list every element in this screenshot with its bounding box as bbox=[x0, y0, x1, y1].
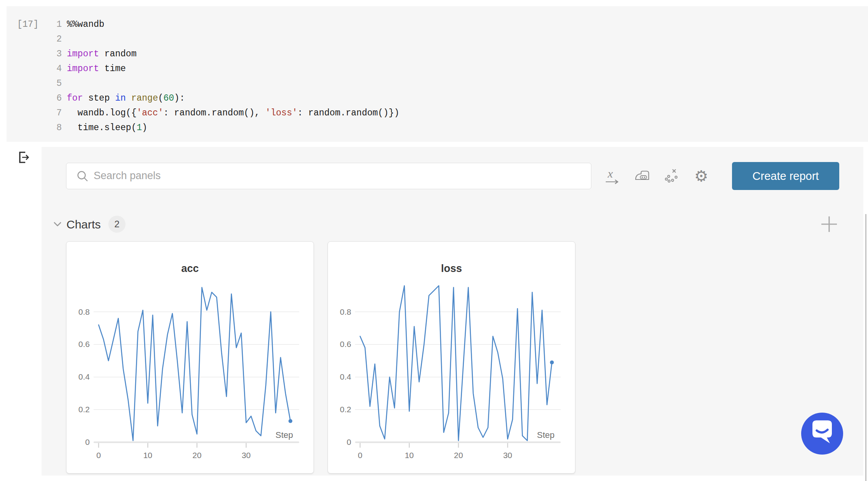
vertical-scrollbar[interactable] bbox=[865, 214, 866, 481]
line-number: 7 bbox=[7, 106, 62, 120]
x-tick-label: 30 bbox=[503, 451, 512, 460]
code-text: wandb.log({'acc': random.random(), 'loss… bbox=[67, 106, 399, 120]
x-axis-expression-icon: x bbox=[604, 180, 622, 186]
smoothing-iron-icon bbox=[633, 180, 651, 186]
outliers-icon bbox=[663, 180, 681, 186]
outliers-button[interactable] bbox=[663, 167, 681, 185]
chevron-down-icon bbox=[51, 226, 64, 232]
chat-bubble-icon bbox=[801, 450, 843, 456]
intercom-launcher[interactable] bbox=[801, 413, 843, 455]
x-tick-label: 10 bbox=[143, 451, 152, 460]
chart-title: acc bbox=[181, 263, 199, 274]
code-line[interactable]: 5 bbox=[7, 76, 868, 91]
line-chart-acc: 00.20.40.60.80102030Stepacc bbox=[66, 242, 314, 473]
line-number: 5 bbox=[7, 76, 62, 91]
code-text: %%wandb bbox=[67, 17, 105, 32]
screen: [17] 1%%wandb23import random4import time… bbox=[0, 0, 868, 481]
x-tick-label: 0 bbox=[358, 451, 363, 460]
add-panel-button[interactable] bbox=[819, 214, 839, 234]
code-line[interactable]: 1%%wandb bbox=[7, 17, 868, 32]
x-axis-label: Step bbox=[275, 430, 293, 440]
charts-section-header: Charts 2 bbox=[42, 212, 863, 237]
code-line[interactable]: 6for step in range(60): bbox=[7, 91, 868, 106]
pop-out-icon bbox=[15, 161, 32, 167]
pop-out-button[interactable] bbox=[15, 148, 32, 166]
x-axis-expression-button[interactable]: x bbox=[604, 167, 622, 185]
code-line[interactable]: 2 bbox=[7, 32, 868, 47]
line-chart-loss: 00.20.40.60.80102030Steploss bbox=[328, 242, 575, 473]
section-title: Charts bbox=[66, 218, 101, 231]
code-text: import time bbox=[67, 61, 126, 76]
y-tick-label: 0 bbox=[347, 437, 351, 446]
settings-button[interactable]: ⚙ bbox=[692, 167, 710, 185]
code-text: time.sleep(1) bbox=[67, 120, 147, 135]
chart-title: loss bbox=[441, 263, 462, 274]
create-report-button[interactable]: Create report bbox=[732, 162, 839, 190]
smoothing-button[interactable] bbox=[633, 167, 651, 185]
search-bar bbox=[66, 163, 591, 189]
y-tick-label: 0.4 bbox=[340, 372, 351, 381]
code-editor[interactable]: 1%%wandb23import random4import time56for… bbox=[7, 17, 868, 135]
line-number: 2 bbox=[7, 32, 62, 47]
code-text: for step in range(60): bbox=[67, 91, 185, 106]
y-tick-label: 0.6 bbox=[78, 340, 90, 349]
x-tick-label: 10 bbox=[405, 451, 414, 460]
x-tick-label: 20 bbox=[192, 451, 201, 460]
chart-panel-acc[interactable]: 00.20.40.60.80102030Stepacc bbox=[66, 241, 314, 474]
line-number: 6 bbox=[7, 91, 62, 106]
line-number: 3 bbox=[7, 47, 62, 61]
panel-count-badge: 2 bbox=[108, 216, 125, 233]
svg-text:x: x bbox=[607, 167, 613, 180]
x-axis-label: Step bbox=[537, 430, 554, 440]
y-tick-label: 0.8 bbox=[78, 307, 90, 316]
y-tick-label: 0.8 bbox=[340, 307, 351, 316]
y-tick-label: 0.2 bbox=[340, 405, 351, 414]
code-line[interactable]: 8 time.sleep(1) bbox=[7, 120, 868, 135]
notebook-code-cell[interactable]: [17] 1%%wandb23import random4import time… bbox=[7, 6, 868, 142]
last-point-marker bbox=[288, 419, 292, 423]
line-number: 1 bbox=[7, 17, 62, 32]
x-tick-label: 30 bbox=[242, 451, 251, 460]
y-tick-label: 0.2 bbox=[78, 405, 90, 414]
x-tick-label: 20 bbox=[454, 451, 463, 460]
line-number: 4 bbox=[7, 61, 62, 76]
code-line[interactable]: 3import random bbox=[7, 47, 868, 61]
chart-panel-loss[interactable]: 00.20.40.60.80102030Steploss bbox=[328, 241, 575, 474]
x-tick-label: 0 bbox=[96, 451, 101, 460]
series-line-acc bbox=[99, 288, 291, 441]
code-text: import random bbox=[67, 47, 136, 61]
y-tick-label: 0.6 bbox=[340, 340, 351, 349]
search-input[interactable] bbox=[94, 164, 583, 187]
plus-icon bbox=[819, 229, 839, 235]
settings-gear-icon: ⚙ bbox=[692, 167, 710, 185]
last-point-marker bbox=[550, 361, 554, 364]
y-tick-label: 0.4 bbox=[78, 372, 90, 381]
y-tick-label: 0 bbox=[85, 437, 90, 446]
line-number: 8 bbox=[7, 120, 62, 135]
collapse-section-button[interactable] bbox=[51, 218, 64, 231]
series-line-loss bbox=[360, 286, 552, 441]
code-line[interactable]: 7 wandb.log({'acc': random.random(), 'lo… bbox=[7, 106, 868, 120]
code-line[interactable]: 4import time bbox=[7, 61, 868, 76]
wandb-panel: x bbox=[42, 147, 863, 476]
